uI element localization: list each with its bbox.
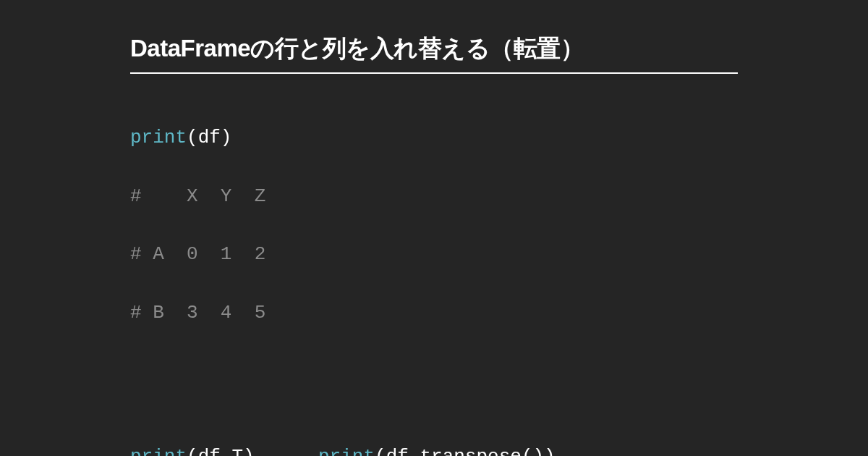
blank-line: [130, 357, 738, 384]
arg-post: T: [231, 446, 243, 456]
arg: df: [198, 127, 221, 148]
dot-operator: .: [221, 446, 232, 456]
arg-pre: df: [198, 446, 221, 456]
close-paren: ): [544, 446, 556, 456]
output-line: # X Y Z: [130, 182, 738, 211]
arg-post: transpose(): [420, 446, 544, 456]
fn-name: print: [318, 446, 375, 456]
fn-name: print: [130, 127, 187, 148]
code-area: print(df) # X Y Z # A 0 1 2 # B 3 4 5 pr…: [130, 94, 738, 456]
arg-pre: df: [386, 446, 409, 456]
fn-name: print: [130, 446, 187, 456]
close-paren: ): [221, 127, 232, 148]
right-column: print(df.transpose()) # A B # X 0 3 # Y …: [318, 413, 738, 456]
output-line: # A 0 1 2: [130, 240, 738, 269]
code-line-call-2: print(df.T): [130, 442, 318, 456]
two-column-row: print(df.T) # A B # X 0 3 # Y 1 4 # Z 2 …: [130, 413, 738, 456]
close-paren: ): [243, 446, 255, 456]
output-line: # B 3 4 5: [130, 298, 738, 327]
code-line-call-3: print(df.transpose()): [318, 442, 738, 456]
dot-operator: .: [409, 446, 420, 456]
open-paren: (: [187, 446, 198, 456]
code-line-call-1: print(df): [130, 123, 738, 152]
page-title: DataFrameの行と列を入れ替える（転置）: [130, 33, 738, 74]
left-column: print(df.T) # A B # X 0 3 # Y 1 4 # Z 2 …: [130, 413, 318, 456]
open-paren: (: [187, 127, 198, 148]
open-paren: (: [375, 446, 386, 456]
